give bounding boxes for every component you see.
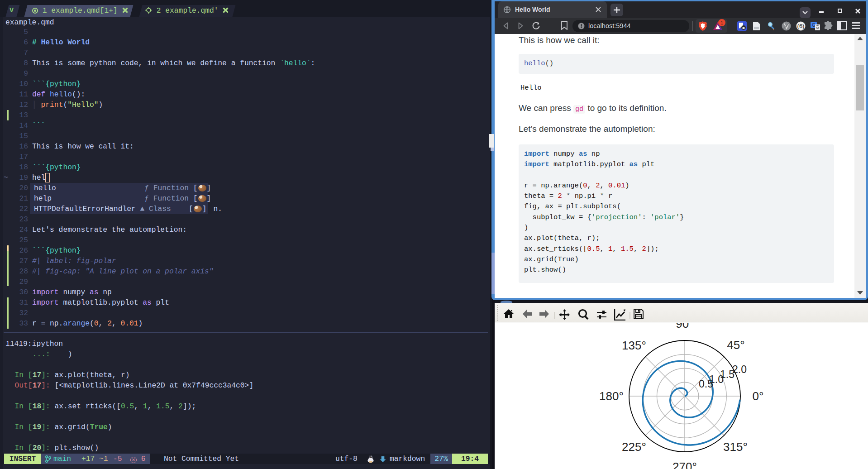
svg-text:180°: 180° <box>599 389 624 403</box>
svg-text:315°: 315° <box>723 440 748 454</box>
svg-text:1: 1 <box>720 20 723 25</box>
svg-text:2.0: 2.0 <box>732 364 747 375</box>
svg-text:135°: 135° <box>622 339 646 352</box>
svg-text:0°: 0° <box>753 389 764 403</box>
svg-text:G: G <box>812 23 816 28</box>
svg-text:270°: 270° <box>672 460 697 469</box>
svg-text:225°: 225° <box>622 440 646 454</box>
svg-text:45°: 45° <box>727 338 744 352</box>
svg-text:(6): (6) <box>797 23 805 29</box>
svg-text:90°: 90° <box>676 323 693 330</box>
